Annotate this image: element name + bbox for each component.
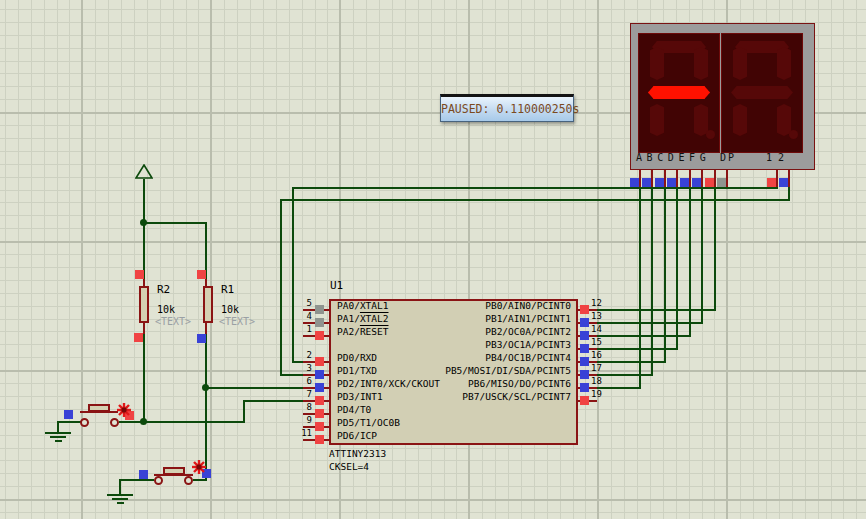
wire bbox=[292, 187, 294, 362]
resistor-text-placeholder: <TEXT> bbox=[155, 316, 191, 327]
pin-number: 18 bbox=[591, 376, 602, 386]
logic-state-indicator bbox=[667, 178, 676, 187]
pin-number: 11 bbox=[294, 428, 312, 438]
wire-junction bbox=[140, 219, 147, 226]
wire bbox=[119, 479, 154, 481]
logic-state-indicator bbox=[580, 305, 589, 314]
resistor-value: 10k bbox=[157, 304, 175, 315]
mcu-note: CKSEL=4 bbox=[329, 461, 369, 472]
pushbutton-2-actuator-icon[interactable] bbox=[191, 459, 207, 475]
pin-number: 15 bbox=[591, 337, 602, 347]
logic-state-indicator bbox=[767, 178, 776, 187]
pin-name: PB3/OC1A/PCINT3 bbox=[395, 339, 571, 350]
pin-number: 9 bbox=[294, 415, 312, 425]
logic-state-indicator bbox=[580, 318, 589, 327]
pin-stub bbox=[639, 170, 641, 187]
logic-state-indicator bbox=[779, 178, 788, 187]
wire bbox=[280, 199, 282, 375]
pin-name: PB1/AIN1/PCINT1 bbox=[395, 313, 571, 324]
pin-name: PD1/TXD bbox=[337, 365, 377, 376]
pin-stub bbox=[205, 279, 207, 286]
logic-state-indicator bbox=[717, 178, 726, 187]
pin-number: 17 bbox=[591, 363, 602, 373]
pin-stub bbox=[788, 170, 790, 187]
pin-stub bbox=[143, 279, 145, 286]
logic-state-indicator bbox=[197, 334, 206, 343]
pushbutton-1-terminal bbox=[110, 418, 119, 427]
display-segment-labels: ABCDEFG bbox=[636, 152, 710, 163]
logic-state-indicator bbox=[315, 370, 324, 379]
resistor-value: 10k bbox=[221, 304, 239, 315]
logic-state-indicator bbox=[692, 178, 701, 187]
segment-b bbox=[694, 47, 708, 80]
logic-state-indicator bbox=[580, 357, 589, 366]
segment-dp bbox=[706, 130, 715, 139]
segment-e bbox=[650, 104, 664, 136]
pin-name: PB4/OC1B/PCINT4 bbox=[395, 352, 571, 363]
wire bbox=[119, 479, 121, 495]
mcu-part: ATTINY2313 bbox=[329, 448, 386, 459]
pin-stub bbox=[726, 170, 728, 187]
pin-stub bbox=[689, 170, 691, 187]
pin-number: 6 bbox=[294, 376, 312, 386]
wire bbox=[143, 222, 207, 224]
resistor-r1-body[interactable] bbox=[203, 286, 213, 323]
segment-dp bbox=[789, 130, 798, 139]
logic-state-indicator bbox=[315, 331, 324, 340]
logic-state-indicator bbox=[315, 396, 324, 405]
pin-stub bbox=[714, 170, 716, 187]
pin-name: PB5/MOSI/DI/SDA/PCINT5 bbox=[395, 365, 571, 376]
pin-stub bbox=[143, 323, 145, 334]
wire bbox=[714, 186, 716, 311]
wire bbox=[788, 186, 790, 200]
pushbutton-1-terminal bbox=[80, 418, 89, 427]
logic-state-indicator bbox=[580, 396, 589, 405]
resistor-text-placeholder: <TEXT> bbox=[219, 316, 255, 327]
wire bbox=[596, 322, 703, 324]
pin-name: PB6/MISO/DO/PCINT6 bbox=[395, 378, 571, 389]
wire bbox=[205, 222, 207, 481]
pin-number: 14 bbox=[591, 324, 602, 334]
wire bbox=[292, 187, 778, 189]
seven-segment-digit-2 bbox=[721, 33, 803, 153]
pin-name: PD4/T0 bbox=[337, 404, 371, 415]
segment-g bbox=[648, 86, 710, 99]
wire-junction bbox=[202, 384, 209, 391]
resistor-ref: R2 bbox=[157, 284, 170, 296]
logic-state-indicator bbox=[197, 270, 206, 279]
logic-state-indicator bbox=[315, 318, 324, 327]
logic-state-indicator bbox=[134, 333, 143, 342]
wire bbox=[596, 374, 653, 376]
pin-stub bbox=[676, 170, 678, 187]
segment-e bbox=[733, 104, 747, 136]
pin-name: PD5/T1/OC0B bbox=[337, 417, 400, 428]
pin-name: PA2/RESET bbox=[337, 326, 389, 337]
logic-state-indicator bbox=[630, 178, 639, 187]
pin-name: PB0/AIN0/PCINT0 bbox=[395, 300, 571, 311]
resistor-r2-body[interactable] bbox=[139, 286, 149, 323]
display-dp-label: DP bbox=[720, 152, 736, 163]
wire bbox=[596, 387, 641, 389]
logic-state-indicator bbox=[315, 422, 324, 431]
pin-number: 1 bbox=[294, 324, 312, 334]
pin-number: 5 bbox=[294, 298, 312, 308]
logic-state-indicator bbox=[705, 178, 714, 187]
logic-state-indicator bbox=[64, 410, 73, 419]
schematic-canvas: R2 10k <TEXT> R1 10k <TEXT> U1 ATTINY231… bbox=[0, 0, 866, 519]
pushbutton-1-actuator-icon[interactable] bbox=[116, 402, 132, 418]
wire bbox=[205, 387, 304, 389]
pin-number: 13 bbox=[591, 311, 602, 321]
wire bbox=[193, 479, 207, 481]
pin-number: 2 bbox=[294, 350, 312, 360]
wire bbox=[119, 421, 244, 423]
pin-name: PD6/ICP bbox=[337, 430, 377, 441]
wire-junction bbox=[140, 418, 147, 425]
wire bbox=[57, 421, 81, 423]
pushbutton-2-terminal bbox=[154, 476, 163, 485]
logic-state-indicator bbox=[135, 270, 144, 279]
logic-state-indicator bbox=[139, 470, 148, 479]
pin-name: PA1/XTAL2 bbox=[337, 313, 389, 324]
wire bbox=[689, 186, 691, 337]
wire bbox=[639, 186, 641, 389]
logic-state-indicator bbox=[315, 435, 324, 444]
